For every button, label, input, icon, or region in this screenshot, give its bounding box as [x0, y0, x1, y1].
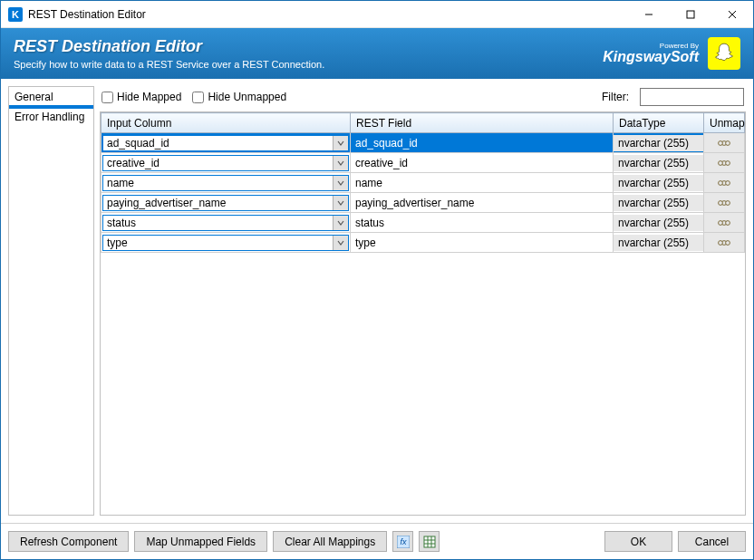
grid-toolbar: Hide Mapped Hide Unmapped Filter: — [100, 86, 746, 111]
table-row[interactable]: creative_idcreative_idnvarchar (255) — [102, 153, 745, 173]
hide-unmapped-checkbox[interactable]: Hide Unmapped — [192, 91, 286, 103]
svg-text:fx: fx — [400, 537, 407, 546]
data-type-value: nvarchar (255) — [614, 155, 703, 171]
map-unmapped-fields-button[interactable]: Map Unmapped Fields — [134, 531, 267, 552]
chevron-down-icon[interactable] — [333, 236, 348, 250]
input-column-combo[interactable]: paying_advertiser_name — [102, 195, 349, 211]
minimize-button[interactable] — [628, 1, 670, 28]
input-column-value: ad_squad_id — [103, 136, 333, 150]
data-type-value: nvarchar (255) — [614, 195, 703, 211]
chevron-down-icon[interactable] — [333, 216, 348, 230]
table-row[interactable]: paying_advertiser_namepaying_advertiser_… — [102, 193, 745, 213]
hide-mapped-input[interactable] — [102, 92, 113, 103]
header-data-type[interactable]: DataType — [614, 113, 704, 133]
sidebar-item-general[interactable]: General — [9, 89, 93, 105]
banner-subtitle: Specify how to write data to a REST Serv… — [14, 59, 324, 70]
svg-rect-18 — [424, 536, 435, 547]
header-input-column[interactable]: Input Column — [102, 113, 351, 133]
unmap-button[interactable] — [704, 193, 744, 212]
rest-field-value: paying_advertiser_name — [351, 195, 613, 211]
unmap-button[interactable] — [704, 133, 744, 152]
table-row[interactable]: namenamenvarchar (255) — [102, 173, 745, 193]
header-rest-field[interactable]: REST Field — [351, 113, 614, 133]
input-column-combo[interactable]: name — [102, 175, 349, 191]
snapchat-icon — [708, 37, 740, 70]
rest-field-value: type — [351, 235, 613, 251]
sidebar: General Error Handling — [8, 86, 94, 516]
unmap-button[interactable] — [704, 173, 744, 192]
chevron-down-icon[interactable] — [333, 156, 348, 170]
input-column-value: type — [103, 236, 333, 250]
fx-button[interactable]: fx — [392, 531, 413, 552]
filter-label: Filter: — [602, 91, 629, 103]
ok-button[interactable]: OK — [604, 531, 672, 552]
refresh-component-button[interactable]: Refresh Component — [8, 531, 129, 552]
svg-rect-1 — [687, 11, 694, 18]
content-panel: Hide Mapped Hide Unmapped Filter: — [100, 86, 746, 516]
window-root: K REST Destination Editor REST Destinati… — [0, 0, 754, 560]
unmap-button[interactable] — [704, 213, 744, 232]
banner-title: REST Destination Editor — [14, 37, 324, 56]
rest-field-value: ad_squad_id — [351, 135, 613, 151]
chevron-down-icon[interactable] — [333, 176, 348, 190]
unmap-button[interactable] — [704, 233, 744, 252]
table-icon-button[interactable] — [419, 531, 440, 552]
sidebar-item-error-handling[interactable]: Error Handling — [9, 109, 93, 125]
header-banner: REST Destination Editor Specify how to w… — [1, 28, 753, 79]
clear-all-mappings-button[interactable]: Clear All Mappings — [273, 531, 387, 552]
input-column-value: creative_id — [103, 156, 333, 170]
table-row[interactable]: ad_squad_idad_squad_idnvarchar (255) — [102, 133, 745, 153]
input-column-combo[interactable]: ad_squad_id — [102, 135, 349, 151]
cancel-button[interactable]: Cancel — [678, 531, 746, 552]
filter-input[interactable] — [640, 88, 744, 106]
unmap-button[interactable] — [704, 153, 744, 172]
table-row[interactable]: statusstatusnvarchar (255) — [102, 213, 745, 233]
window-title: REST Destination Editor — [28, 8, 146, 21]
mapping-grid[interactable]: Input Column REST Field DataType Unmap a… — [100, 111, 746, 516]
input-column-value: name — [103, 176, 333, 190]
chevron-down-icon[interactable] — [333, 196, 348, 210]
input-column-value: paying_advertiser_name — [103, 196, 333, 210]
data-type-value: nvarchar (255) — [614, 135, 703, 151]
kingswaysoft-logo: Powered By KingswaySoft — [603, 43, 699, 64]
data-type-value: nvarchar (255) — [614, 235, 703, 251]
grid-header-row: Input Column REST Field DataType Unmap — [102, 113, 745, 133]
input-column-combo[interactable]: type — [102, 235, 349, 251]
titlebar: K REST Destination Editor — [1, 1, 753, 28]
data-type-value: nvarchar (255) — [614, 175, 703, 191]
rest-field-value: name — [351, 175, 613, 191]
maximize-button[interactable] — [670, 1, 711, 28]
input-column-combo[interactable]: creative_id — [102, 155, 349, 171]
main-area: General Error Handling Hide Mapped Hide … — [1, 79, 753, 523]
input-column-value: status — [103, 216, 333, 230]
data-type-value: nvarchar (255) — [614, 215, 703, 231]
footer: Refresh Component Map Unmapped Fields Cl… — [1, 523, 753, 559]
close-button[interactable] — [711, 1, 753, 28]
table-row[interactable]: typetypenvarchar (255) — [102, 233, 745, 253]
header-unmap[interactable]: Unmap — [704, 113, 745, 133]
chevron-down-icon[interactable] — [333, 136, 348, 150]
hide-mapped-checkbox[interactable]: Hide Mapped — [102, 91, 181, 103]
app-icon: K — [8, 7, 23, 22]
hide-unmapped-input[interactable] — [192, 92, 204, 103]
rest-field-value: status — [351, 215, 613, 231]
rest-field-value: creative_id — [351, 155, 613, 171]
input-column-combo[interactable]: status — [102, 215, 349, 231]
